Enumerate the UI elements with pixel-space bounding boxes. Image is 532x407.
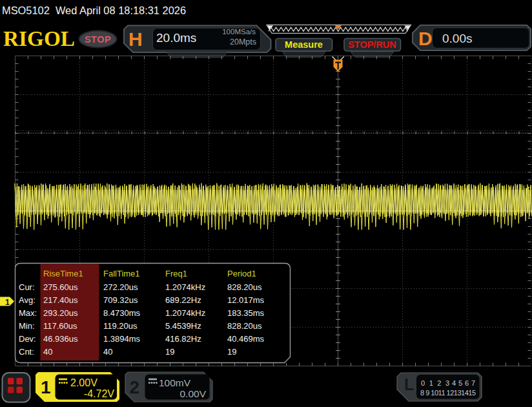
svg-text:Dev:: Dev: (19, 334, 36, 344)
svg-text:RIGOL: RIGOL (3, 26, 75, 50)
svg-text:416.82Hz: 416.82Hz (165, 334, 201, 344)
svg-text:D: D (418, 28, 433, 49)
svg-text:Freq1: Freq1 (165, 269, 187, 278)
svg-text:8 9 1011 12131415: 8 9 1011 12131415 (420, 389, 476, 397)
svg-text:STOP: STOP (85, 34, 111, 45)
svg-text:H: H (128, 28, 143, 50)
svg-text:Cnt:: Cnt: (19, 347, 34, 357)
svg-text:119.20us: 119.20us (103, 321, 138, 331)
svg-text:20.0ms: 20.0ms (156, 31, 196, 45)
svg-text:0.00s: 0.00s (442, 32, 472, 45)
svg-text:4 5 6 7: 4 5 6 7 (452, 379, 475, 387)
svg-text:-4.72V: -4.72V (84, 388, 114, 399)
svg-text:40: 40 (43, 347, 52, 357)
svg-text:100MSa/s: 100MSa/s (222, 28, 256, 36)
svg-text:1.2074kHz: 1.2074kHz (165, 282, 205, 292)
svg-text:2: 2 (130, 377, 140, 397)
svg-text:Period1: Period1 (227, 269, 256, 278)
svg-text:2.00V: 2.00V (70, 377, 97, 388)
svg-text:MSO5102 Wed April 08 18:18:31: MSO5102 Wed April 08 18:18:31 2026 (2, 5, 186, 17)
svg-text:1.2074kHz: 1.2074kHz (165, 308, 205, 318)
svg-text:100mV: 100mV (159, 377, 191, 388)
svg-text:272.20us: 272.20us (103, 282, 138, 292)
svg-text:1: 1 (41, 377, 51, 397)
svg-text:Max:: Max: (19, 308, 37, 318)
svg-text:12.017ms: 12.017ms (227, 295, 265, 305)
svg-text:19: 19 (227, 347, 236, 357)
svg-text:RiseTime1: RiseTime1 (43, 269, 83, 278)
svg-text:117.60us: 117.60us (43, 321, 77, 331)
svg-text:20Mpts: 20Mpts (230, 37, 256, 47)
svg-text:Avg:: Avg: (19, 295, 36, 305)
svg-text:19: 19 (165, 347, 174, 357)
svg-text:Cur:: Cur: (19, 282, 35, 292)
svg-text:183.35ms: 183.35ms (227, 308, 265, 318)
svg-text:689.22Hz: 689.22Hz (165, 295, 201, 305)
svg-text:293.20us: 293.20us (43, 308, 78, 318)
svg-text:828.20us: 828.20us (227, 321, 262, 331)
svg-text:5.4539Hz: 5.4539Hz (165, 321, 201, 331)
svg-text:40.469ms: 40.469ms (227, 334, 265, 344)
svg-text:8.4730ms: 8.4730ms (103, 308, 141, 318)
svg-text:46.936us: 46.936us (43, 334, 78, 344)
svg-text:0.00V: 0.00V (179, 388, 206, 399)
svg-text:Measure: Measure (285, 39, 323, 50)
svg-text:1: 1 (5, 298, 10, 307)
svg-text:709.32us: 709.32us (103, 295, 138, 305)
svg-text:275.60us: 275.60us (43, 282, 78, 292)
svg-text:Min:: Min: (19, 321, 35, 331)
svg-text:1.3894ms: 1.3894ms (103, 334, 141, 344)
svg-text:STOP/RUN: STOP/RUN (348, 39, 396, 50)
svg-text:217.40us: 217.40us (43, 295, 78, 305)
svg-text:FallTime1: FallTime1 (103, 269, 140, 278)
svg-text:40: 40 (103, 347, 112, 357)
svg-text:L: L (404, 375, 414, 393)
svg-text:828.20us: 828.20us (227, 282, 262, 292)
